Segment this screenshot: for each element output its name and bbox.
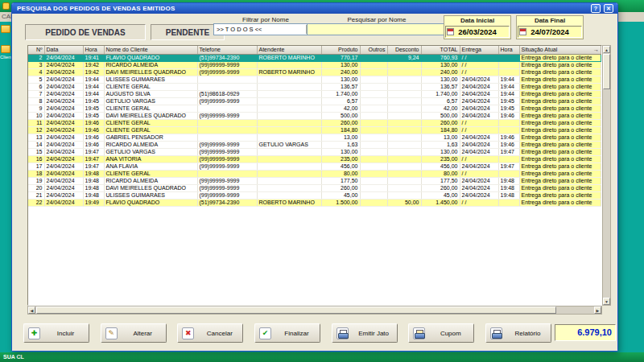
dialog-titlebar[interactable]: PESQUISA DOS PEDIDOS DE VENDAS EMITIDOS … xyxy=(12,3,617,14)
cell-hora: 19:48 xyxy=(83,184,104,191)
table-row[interactable]: 2024/04/202419:48DAVI MEIRELLES QUADRADO… xyxy=(28,184,601,191)
search-by-name-input[interactable] xyxy=(307,23,447,35)
finalizar-button[interactable]: Finalizar xyxy=(254,323,320,343)
cell-atend: ROBERTO MARINHO xyxy=(257,68,321,76)
cell-prod: 130,00 xyxy=(321,76,360,83)
cell-hora2 xyxy=(498,199,519,206)
table-row[interactable]: 724/04/202419:44AUGUSTO SILVA(51)98618-0… xyxy=(28,90,601,97)
table-row[interactable]: 1424/04/202419:46RICARDO ALMEIDA(99)9999… xyxy=(28,141,601,148)
button-label: Emitir Jato xyxy=(351,330,397,337)
column-header-total[interactable]: TOTAL xyxy=(421,46,460,54)
column-header-cliente[interactable]: Nome do Cliente xyxy=(104,46,197,54)
close-button[interactable]: ✕ xyxy=(604,4,613,13)
table-row[interactable]: 1724/04/202419:47ANA FLAVIA(99)99999-999… xyxy=(28,162,601,170)
table-row[interactable]: 2224/04/202419:49FLAVIO QUADRADO(51)9973… xyxy=(28,199,601,206)
cell-outros xyxy=(360,177,387,184)
cell-data: 24/04/2024 xyxy=(44,105,83,112)
table-row[interactable]: 824/04/202419:45GETULIO VARGAS(99)99999-… xyxy=(28,97,601,105)
start-date-group: Data Inicial 26/03/2024 xyxy=(444,15,511,39)
table-row[interactable]: 1024/04/202419:45DAVI MEIRELLES QUADRADO… xyxy=(28,112,601,119)
button-label: Relatório xyxy=(505,330,551,337)
emitir-jato-button[interactable]: Emitir Jato xyxy=(332,323,398,343)
cell-hora: 19:46 xyxy=(83,119,104,126)
cell-total: 130,00 xyxy=(421,148,460,155)
relatorio-button[interactable]: Relatório xyxy=(485,323,551,343)
cell-hora: 19:47 xyxy=(83,162,104,170)
table-row[interactable]: 2124/04/202419:48ULISSES GUIMARAES(99)99… xyxy=(28,191,601,199)
cell-outros xyxy=(360,199,387,206)
cell-cliente: FLAVIO QUADRADO xyxy=(104,54,197,61)
cell-atend: ROBERTO MARINHO xyxy=(257,54,321,61)
scroll-down-icon[interactable] xyxy=(603,298,610,305)
cell-entrega: / / xyxy=(460,155,498,162)
column-header-prod[interactable]: Produto xyxy=(321,46,360,54)
cell-hora: 19:42 xyxy=(83,68,104,76)
cell-total: 1.450,00 xyxy=(421,199,460,206)
column-header-hora2[interactable]: Hora xyxy=(498,46,519,54)
alterar-button[interactable]: Alterar xyxy=(101,323,167,343)
table-row[interactable]: 1224/04/202419:46CLIENTE GERAL184,80184,… xyxy=(28,126,601,134)
vertical-scrollbar[interactable] xyxy=(602,45,611,306)
cell-tel: (51)99734-2390 xyxy=(197,199,257,206)
background-folder-icon[interactable] xyxy=(1,25,10,33)
end-date-label: Data Final xyxy=(517,16,583,26)
table-row[interactable]: 924/04/202419:45CLIENTE GERAL42,0042,002… xyxy=(28,105,601,112)
table-row[interactable]: 1124/04/202419:46CLIENTE GERAL260,00260,… xyxy=(28,119,601,126)
column-header-sit[interactable]: Situação Atual→ xyxy=(519,46,601,54)
column-header-hora[interactable]: Hora xyxy=(83,46,104,54)
scroll-right-icon[interactable] xyxy=(594,306,601,314)
table-row[interactable]: 524/04/202419:44ULISSES GUIMARAES130,001… xyxy=(28,76,601,83)
button-label: Alterar xyxy=(120,330,166,337)
column-header-n[interactable]: Nº xyxy=(28,46,44,54)
scroll-up-icon[interactable] xyxy=(603,46,610,53)
cell-prod: 6,57 xyxy=(321,97,360,105)
help-button[interactable]: ? xyxy=(591,4,601,13)
column-header-desc[interactable]: Desconto xyxy=(387,46,421,54)
background-statusbar: SUA CL xyxy=(0,352,644,362)
incluir-button[interactable]: Incluir xyxy=(23,323,89,343)
cell-cliente: FLAVIO QUADRADO xyxy=(104,199,197,206)
start-date-field[interactable]: 26/03/2024 xyxy=(445,26,510,38)
cell-sit: Entrega direto para o cliente xyxy=(519,191,601,199)
vertical-scrollbar-thumb[interactable] xyxy=(603,54,610,89)
table-row[interactable]: 224/04/202419:41FLAVIO QUADRADO(51)99734… xyxy=(28,54,601,61)
filter-by-name-dropdown[interactable]: >> T O D O S << xyxy=(213,23,318,35)
table-row[interactable]: 1524/04/202419:47GETULIO VARGAS(99)99999… xyxy=(28,148,601,155)
statusbar-text: SUA CL xyxy=(3,354,24,360)
table-row[interactable]: 1924/04/202419:48RICARDO ALMEIDA(99)9999… xyxy=(28,177,601,184)
column-header-data[interactable]: Data xyxy=(44,46,83,54)
column-header-entrega[interactable]: Entrega xyxy=(460,46,498,54)
background-icon-label: Client xyxy=(0,55,11,60)
cell-sit: Entrega direto para o cliente xyxy=(519,61,601,68)
table-row[interactable]: 1324/04/202419:46GABRIEL PENSADOR13,0013… xyxy=(28,134,601,141)
table-row[interactable]: 1824/04/202419:48CLIENTE GERAL80,0080,00… xyxy=(28,170,601,177)
column-header-atend[interactable]: Atendente xyxy=(257,46,321,54)
scroll-left-icon[interactable] xyxy=(28,306,35,314)
cell-entrega: / / xyxy=(460,199,498,206)
table-row[interactable]: 624/04/202419:44CLIENTE GERAL136,57136,5… xyxy=(28,83,601,90)
cancelar-button[interactable]: Cancelar xyxy=(177,323,243,343)
column-header-outros[interactable]: Outros xyxy=(360,46,387,54)
orders-table-body: 224/04/202419:41FLAVIO QUADRADO(51)99734… xyxy=(28,54,601,206)
cell-atend: ROBERTO MARINHO xyxy=(257,199,321,206)
table-row[interactable]: 324/04/202419:42RICARDO ALMEIDA(99)99999… xyxy=(28,61,601,68)
cell-sit: Entrega direto para o cliente xyxy=(519,184,601,191)
table-row[interactable]: 1624/04/202419:47ANA VITORIA(99)99999-99… xyxy=(28,155,601,162)
cell-desc xyxy=(387,105,421,112)
cell-hora: 19:46 xyxy=(83,134,104,141)
column-header-tel[interactable]: Telefone xyxy=(197,46,257,54)
cell-hora2 xyxy=(498,61,519,68)
cell-atend xyxy=(257,61,321,68)
horizontal-scrollbar-thumb[interactable] xyxy=(36,306,556,314)
end-date-field[interactable]: 24/07/2024 xyxy=(518,26,582,38)
cell-outros xyxy=(360,119,387,126)
cell-prod: 184,80 xyxy=(321,126,360,134)
background-clients-icon[interactable] xyxy=(1,45,10,53)
cell-prod: 260,00 xyxy=(321,119,360,126)
table-row[interactable]: 424/04/202419:42DAVI MEIRELLES QUADRADO(… xyxy=(28,68,601,76)
cell-hora: 19:42 xyxy=(83,61,104,68)
cell-hora: 19:46 xyxy=(83,126,104,134)
button-label: Cancelar xyxy=(196,330,242,337)
cupom-button[interactable]: Cupom xyxy=(408,323,474,343)
horizontal-scrollbar[interactable] xyxy=(27,306,602,315)
